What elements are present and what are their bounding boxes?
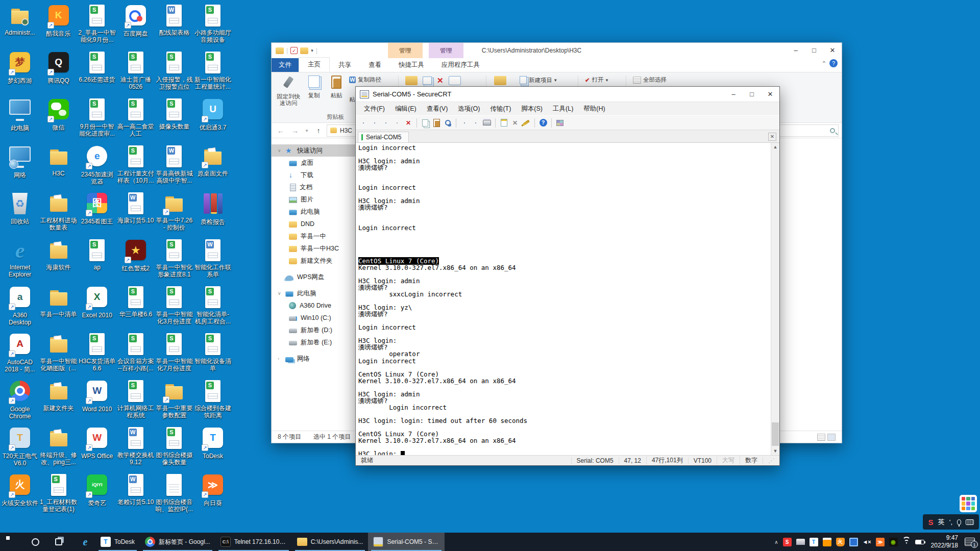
taskbar-button-Serial-COM5 - Se...[interactable]: Serial-COM5 - Se... xyxy=(368,533,445,551)
ribbon-collapse-icon[interactable]: ⌃ xyxy=(822,60,826,67)
desktop-icon[interactable]: ↗莘县一中7.26 - 控制价 xyxy=(155,192,193,231)
up-button[interactable]: ↑ xyxy=(312,125,325,136)
hidden-icons-chevron-icon[interactable]: ∧ xyxy=(774,539,778,545)
find-icon[interactable] xyxy=(443,118,452,128)
battery-icon[interactable] xyxy=(915,540,924,544)
quick-access-toolbar[interactable]: | ✓ ▾ | xyxy=(272,47,322,54)
desktop-icon[interactable]: 网络 xyxy=(1,145,39,179)
sidebar-item-莘县一中[interactable]: 莘县一中 xyxy=(272,230,360,242)
scroll-up-arrow[interactable]: ▲ xyxy=(771,143,779,151)
terminal-area[interactable]: Login incorrectH3C login: admin瀵嗙爜锛?Logi… xyxy=(356,143,779,455)
desktop-icon[interactable]: H3C xyxy=(40,145,78,177)
pin-to-quick-access-button[interactable]: 固定到快 速访问 xyxy=(275,74,302,107)
disconnect-icon[interactable] xyxy=(393,118,402,128)
desktop-icon[interactable]: ★↗红色警戒2 xyxy=(117,239,155,272)
sidebar-item-新加卷 (D:)[interactable]: 新加卷 (D:) xyxy=(272,324,360,336)
desktop-icon[interactable]: K↗酷我音乐 xyxy=(40,4,78,37)
quick-connect-icon[interactable] xyxy=(359,118,368,128)
key-agent-icon[interactable] xyxy=(522,118,531,128)
tab-文件[interactable]: 文件 xyxy=(272,58,299,72)
taskbar-clock[interactable]: 9:472022/9/18 xyxy=(929,534,960,549)
task-view-button[interactable] xyxy=(47,533,70,551)
menu-item-编辑(E)[interactable]: 编辑(E) xyxy=(390,103,422,115)
resize-grip[interactable]: ⋰ xyxy=(763,457,779,464)
desktop-icon[interactable]: W智能化工作联 系单 xyxy=(194,239,232,278)
taskbar-button-新标签页 - Googl...[interactable]: 新标签页 - Googl... xyxy=(140,533,215,551)
desktop-icon[interactable]: ↗微信 xyxy=(40,98,78,131)
desktop-icon[interactable]: A↗AutoCAD 2018 - 简... xyxy=(1,333,39,373)
connect-icon[interactable] xyxy=(370,118,379,128)
ime-skin-box[interactable] xyxy=(960,495,977,512)
desktop-icon[interactable]: iQIYI↗爱奇艺 xyxy=(78,473,116,507)
minimize-button[interactable]: – xyxy=(787,43,805,58)
desktop-icon[interactable]: W教学楼交换机 9.12 xyxy=(117,427,155,466)
sidebar-item-Win10 (C:)[interactable]: Win10 (C:) xyxy=(272,312,360,324)
sidebar-item-莘县一中H3C[interactable]: 莘县一中H3C xyxy=(272,242,360,255)
sidebar-item-A360 Drive[interactable]: A360 Drive xyxy=(272,299,360,312)
desktop-icon[interactable]: 新建文件夹 xyxy=(40,380,78,412)
desktop-icon[interactable]: ♻回收站 xyxy=(1,192,39,225)
desktop-icon[interactable]: 莘县一中智能 化晒图版（... xyxy=(40,333,78,372)
recent-locations-chevron[interactable]: ▾ xyxy=(303,125,310,136)
menu-item-帮助(H)[interactable]: 帮助(H) xyxy=(578,103,610,115)
desktop-icon[interactable]: ↗原桌面文件 xyxy=(194,145,232,177)
sogou-logo-icon[interactable]: S xyxy=(928,518,933,527)
orange-window-icon[interactable] xyxy=(823,538,831,546)
scroll-thumb[interactable] xyxy=(772,422,779,446)
desktop-icon[interactable]: S高一高二食堂 人工 xyxy=(117,98,155,137)
desktop-icon[interactable]: S莘县一中智能 化3月份进度 xyxy=(155,286,193,325)
send-file-icon[interactable] xyxy=(460,118,469,128)
desktop-icon[interactable]: e↗2345加速浏 览器 xyxy=(78,145,116,185)
copy-path-button[interactable]: W 复制路径 xyxy=(349,76,381,84)
sidebar-item-DND[interactable]: DND xyxy=(272,218,360,230)
paste-icon[interactable] xyxy=(432,118,441,128)
menu-item-查看(V)[interactable]: 查看(V) xyxy=(422,103,453,115)
desktop-icon[interactable]: S工程计量支付 样表（10月... xyxy=(117,145,155,184)
minimize-button[interactable]: – xyxy=(724,87,743,102)
scrollbar[interactable]: ▲ ▼ xyxy=(771,143,779,455)
desktop-icon[interactable]: 火↗火绒安全软件 xyxy=(1,473,39,507)
new-folder-button[interactable] xyxy=(494,76,506,85)
desktop-icon[interactable]: W莘县高铁新城 高级中学智... xyxy=(155,145,193,184)
desktop-icon[interactable]: 海康软件 xyxy=(40,239,78,271)
sunflower-icon[interactable]: ≫ xyxy=(876,538,885,546)
sidebar-item-此电脑[interactable]: ∨此电脑 xyxy=(272,287,360,299)
sidebar-item-桌面[interactable]: 桌面 xyxy=(272,157,360,169)
desktop-icon[interactable]: S图书综合楼摄 像头数量 xyxy=(155,427,193,466)
desktop-icon[interactable]: S计算机网络工 程系统 xyxy=(117,380,155,419)
menu-item-选项(O)[interactable]: 选项(O) xyxy=(453,103,485,115)
tab-应用程序工具[interactable]: 应用程序工具 xyxy=(433,58,488,72)
expander-icon[interactable]: ∨ xyxy=(278,148,282,153)
copy-button[interactable]: 复制 xyxy=(303,74,325,99)
ime-language-mode[interactable]: 英 xyxy=(938,517,945,527)
print-icon[interactable] xyxy=(482,118,492,128)
desktop-icon[interactable]: 莘县一中清单 xyxy=(40,286,78,318)
desktop-icon[interactable]: S智能化清单- 机房工程合... xyxy=(194,286,232,325)
desktop-icon[interactable]: S莘县一中智化 形象进度8.1 xyxy=(155,239,193,278)
scroll-down-arrow[interactable]: ▼ xyxy=(771,447,779,455)
breadcrumb[interactable]: H3C xyxy=(340,127,352,134)
desktop-icon[interactable]: S2_莘县一中智 能化9月份... xyxy=(78,4,116,43)
help-icon[interactable]: ? xyxy=(829,59,838,67)
receive-file-icon[interactable] xyxy=(471,118,480,128)
nvidia-icon[interactable]: ◉ xyxy=(889,538,898,546)
desktop-icon[interactable]: a↗A360 Desktop xyxy=(1,286,39,326)
pc-manager-icon[interactable] xyxy=(849,538,858,546)
sidebar-item-图片[interactable]: 图片 xyxy=(272,193,360,206)
context-tab-app-tools[interactable]: 管理 xyxy=(429,43,463,58)
desktop-icon[interactable]: ↗Google Chrome xyxy=(1,380,39,420)
session-tab[interactable]: Serial-COM5 xyxy=(358,132,409,142)
desktop-icon[interactable]: S小路多功能厅 音频设备 xyxy=(194,4,232,43)
desktop-icon[interactable]: S入侵报警，残 卫报警点位 xyxy=(155,51,193,90)
keyboard-icon[interactable] xyxy=(966,519,974,525)
ie-pinned-button[interactable]: e xyxy=(75,533,95,551)
tab-查看[interactable]: 查看 xyxy=(360,58,390,72)
taskbar-button-ToDesk[interactable]: TToDesk xyxy=(95,533,140,551)
context-tab-disk-tools[interactable]: 管理 xyxy=(388,43,423,58)
desktop-icon[interactable]: W配线架表格 xyxy=(155,4,193,36)
select-all-button[interactable]: 全部选择 xyxy=(633,76,667,84)
desktop-icon[interactable]: T↗ToDesk xyxy=(194,427,232,460)
menu-item-脚本(S)[interactable]: 脚本(S) xyxy=(516,103,548,115)
desktop-icon[interactable]: S智能化设备清 单 xyxy=(194,333,232,372)
desktop-icon[interactable]: 图书综合楼音 响、监控IP(... xyxy=(155,473,193,513)
